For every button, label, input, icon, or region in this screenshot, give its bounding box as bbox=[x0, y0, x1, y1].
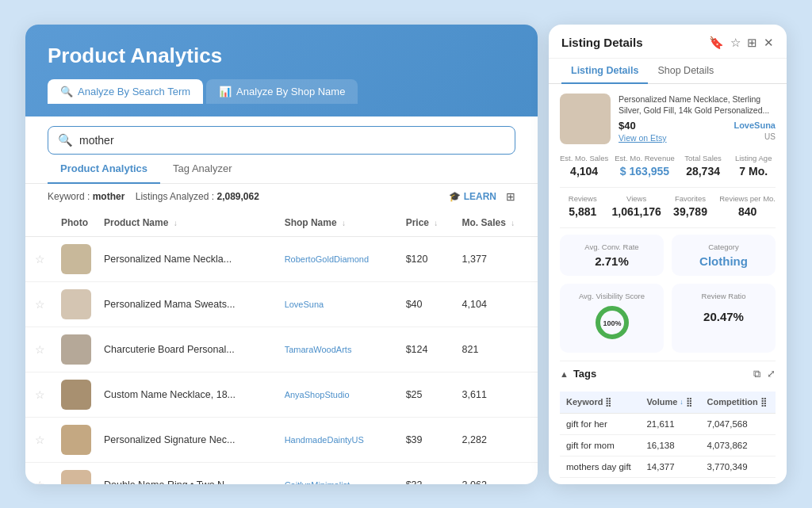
sub-tabs: Product Analytics Tag Analyzer bbox=[25, 155, 538, 184]
price: $25 bbox=[406, 389, 423, 400]
col-product-name[interactable]: Product Name ↓ bbox=[98, 209, 278, 237]
tag-volume: 21,611 bbox=[640, 413, 700, 434]
product-thumbnail bbox=[61, 334, 91, 365]
sub-tab-tag-analyzer[interactable]: Tag Analyzer bbox=[160, 155, 244, 184]
stat-est-mo-revenue: Est. Mo. Revenue $ 163,955 bbox=[615, 154, 675, 178]
star-button[interactable]: ☆ bbox=[32, 388, 48, 401]
svg-text:100%: 100% bbox=[603, 319, 621, 327]
star-cell: ☆ bbox=[25, 372, 55, 417]
details-tab-listing[interactable]: Listing Details bbox=[561, 59, 648, 84]
photo-cell bbox=[55, 462, 98, 484]
star-button[interactable]: ☆ bbox=[730, 36, 741, 50]
mo-sales-cell: 4,104 bbox=[456, 281, 538, 327]
stat-est-mo-sales: Est. Mo. Sales 4,104 bbox=[560, 154, 608, 178]
mo-sales-cell: 2,282 bbox=[456, 417, 538, 462]
sub-tab-product-analytics[interactable]: Product Analytics bbox=[48, 155, 160, 184]
star-cell: ☆ bbox=[25, 327, 55, 372]
tags-header: ▲ Tags ⧉ ⤢ bbox=[560, 361, 776, 385]
star-button[interactable]: ☆ bbox=[32, 434, 48, 446]
table-row[interactable]: ☆ Double Name Ring • Two N... CaitlynMin… bbox=[25, 462, 538, 484]
bookmark-button[interactable]: 🔖 bbox=[709, 36, 724, 50]
mo-sales: 3,611 bbox=[462, 389, 487, 400]
product-thumbnail bbox=[61, 244, 91, 274]
star-cell: ☆ bbox=[25, 417, 55, 462]
stats-divider bbox=[560, 187, 776, 188]
shop-name: HandmadeDaintyUS bbox=[285, 435, 364, 445]
price-cell: $120 bbox=[400, 236, 456, 281]
photo-cell bbox=[55, 417, 98, 462]
mo-sales-cell: 3,611 bbox=[456, 372, 538, 417]
product-name: Personalized Mama Sweats... bbox=[104, 299, 235, 310]
close-button[interactable]: ✕ bbox=[764, 36, 774, 50]
volume-col-filter-icon: ⣿ bbox=[686, 397, 692, 407]
stat-reviews: Reviews 5,881 bbox=[560, 194, 605, 218]
view-on-etsy-link[interactable]: View on Etsy bbox=[619, 133, 667, 143]
listing-thumbnail bbox=[560, 94, 611, 144]
tag-volume: 14,377 bbox=[640, 456, 700, 477]
listing-price-row: $40 LoveSuna bbox=[619, 120, 776, 132]
price-cell: $39 bbox=[400, 417, 456, 462]
details-tab-shop[interactable]: Shop Details bbox=[648, 59, 723, 84]
tag-keyword: mothers day gift bbox=[560, 456, 640, 477]
conv-rate-section: Avg. Conv. Rate 2.71% Category Clothing bbox=[560, 235, 776, 276]
stats-divider-2 bbox=[560, 227, 776, 228]
col-keyword[interactable]: Keyword ⣿ bbox=[560, 392, 640, 414]
table-row[interactable]: ☆ Custom Name Necklace, 18... AnyaShopSt… bbox=[25, 372, 538, 417]
col-competition[interactable]: Competition ⣿ bbox=[700, 392, 776, 414]
product-name-cell: Double Name Ring • Two N... bbox=[98, 462, 278, 484]
table-row[interactable]: ☆ Personalized Mama Sweats... LoveSuna $… bbox=[25, 281, 538, 327]
table-row[interactable]: ☆ Charcuterie Board Personal... TamaraWo… bbox=[25, 327, 538, 372]
photo-cell bbox=[55, 281, 98, 327]
details-tabs: Listing Details Shop Details bbox=[549, 59, 787, 84]
stat-reviews-per-mo: Reviews per Mo. 840 bbox=[719, 194, 776, 218]
grid-view-icon[interactable]: ⊞ bbox=[506, 190, 515, 203]
product-name-cell: Personalized Name Neckla... bbox=[98, 236, 278, 281]
star-button[interactable]: ☆ bbox=[32, 253, 48, 265]
star-button[interactable]: ☆ bbox=[32, 298, 48, 311]
learn-button[interactable]: 🎓 LEARN bbox=[449, 191, 496, 202]
star-button[interactable]: ☆ bbox=[32, 343, 48, 356]
stat-views: Views 1,061,176 bbox=[611, 194, 661, 218]
review-ratio-cell: Review Ratio 20.47% bbox=[672, 284, 776, 353]
keyword-bar: Keyword : mother Listings Analyzed : 2,0… bbox=[25, 184, 538, 209]
product-name-sort-icon: ↓ bbox=[174, 219, 178, 227]
star-button[interactable]: ☆ bbox=[32, 479, 48, 484]
tab-shop-name[interactable]: 📊 Analyze By Shop Name bbox=[206, 79, 358, 104]
grid-button[interactable]: ⊞ bbox=[747, 36, 757, 50]
price: $120 bbox=[406, 254, 428, 265]
search-input[interactable] bbox=[79, 134, 505, 147]
tags-table-row: gift for mom 16,138 4,073,862 bbox=[560, 434, 776, 456]
expand-tags-button[interactable]: ⤢ bbox=[767, 368, 776, 380]
details-panel: Listing Details 🔖 ☆ ⊞ ✕ Listing Details … bbox=[549, 25, 787, 484]
product-name: Double Name Ring • Two N... bbox=[104, 479, 233, 484]
col-price[interactable]: Price ↓ bbox=[400, 209, 456, 237]
tags-table-row: mothers day gift 14,377 3,770,349 bbox=[560, 456, 776, 477]
col-star bbox=[25, 209, 55, 237]
copy-tags-button[interactable]: ⧉ bbox=[753, 368, 760, 380]
tags-title: ▲ Tags bbox=[560, 368, 596, 380]
col-photo: Photo bbox=[55, 209, 98, 237]
product-table-body: ☆ Personalized Name Neckla... RobertoGol… bbox=[25, 236, 538, 484]
tab-search-term[interactable]: 🔍 Analyze By Search Term bbox=[48, 79, 203, 104]
main-tabs: 🔍 Analyze By Search Term 📊 Analyze By Sh… bbox=[48, 79, 515, 104]
search-area: 🔍 bbox=[25, 116, 538, 155]
shop-name: RobertoGoldDiamond bbox=[285, 254, 369, 264]
details-header-icons: 🔖 ☆ ⊞ ✕ bbox=[709, 36, 774, 50]
shop-name-cell: AnyaShopStudio bbox=[278, 372, 400, 417]
photo-cell bbox=[55, 327, 98, 372]
shop-name: LoveSuna bbox=[285, 300, 324, 309]
shop-name-sort-icon: ↓ bbox=[342, 219, 346, 227]
tags-actions: ⧉ ⤢ bbox=[753, 368, 776, 380]
mo-sales-cell: 1,377 bbox=[456, 236, 538, 281]
shop-name-cell: CaitlynMinimalist bbox=[278, 462, 400, 484]
product-thumbnail bbox=[61, 425, 91, 455]
col-mo-sales[interactable]: Mo. Sales ↓ bbox=[456, 209, 538, 237]
col-shop-name[interactable]: Shop Name ↓ bbox=[278, 209, 400, 237]
col-volume[interactable]: Volume ↓ ⣿ bbox=[640, 392, 700, 414]
page-title: Product Analytics bbox=[48, 44, 515, 68]
table-row[interactable]: ☆ Personalized Name Neckla... RobertoGol… bbox=[25, 236, 538, 281]
product-name-cell: Custom Name Necklace, 18... bbox=[98, 372, 278, 417]
listing-origin: US bbox=[764, 132, 776, 141]
table-row[interactable]: ☆ Personalized Signature Nec... Handmade… bbox=[25, 417, 538, 462]
details-panel-title: Listing Details bbox=[561, 36, 643, 49]
